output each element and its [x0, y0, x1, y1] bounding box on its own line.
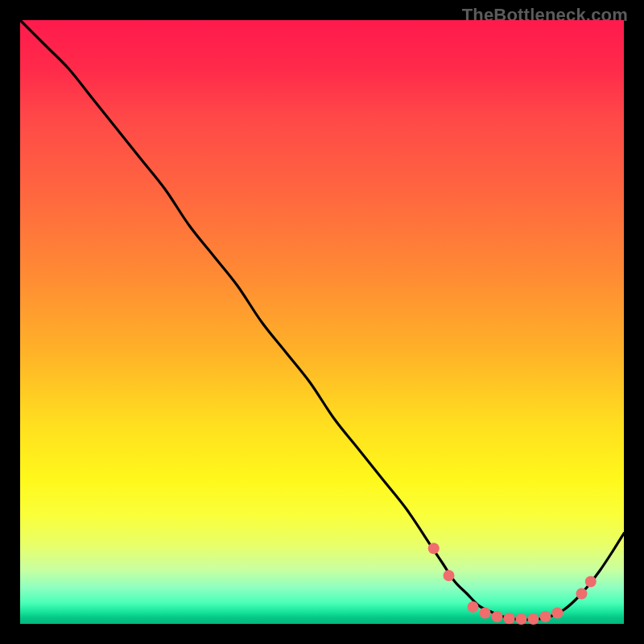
data-marker: [540, 611, 551, 622]
data-marker: [576, 588, 588, 600]
data-marker: [492, 611, 503, 622]
data-marker: [468, 601, 479, 613]
data-marker: [552, 608, 564, 619]
chart-svg: [20, 20, 624, 624]
data-marker: [528, 613, 539, 625]
data-marker: [480, 608, 491, 619]
bottleneck-curve: [20, 20, 624, 620]
data-marker: [516, 613, 527, 625]
data-marker: [428, 543, 440, 554]
data-marker: [585, 576, 597, 588]
data-markers: [428, 543, 597, 625]
data-marker: [444, 570, 455, 581]
chart-plot-area: [20, 20, 624, 624]
data-marker: [504, 613, 515, 624]
